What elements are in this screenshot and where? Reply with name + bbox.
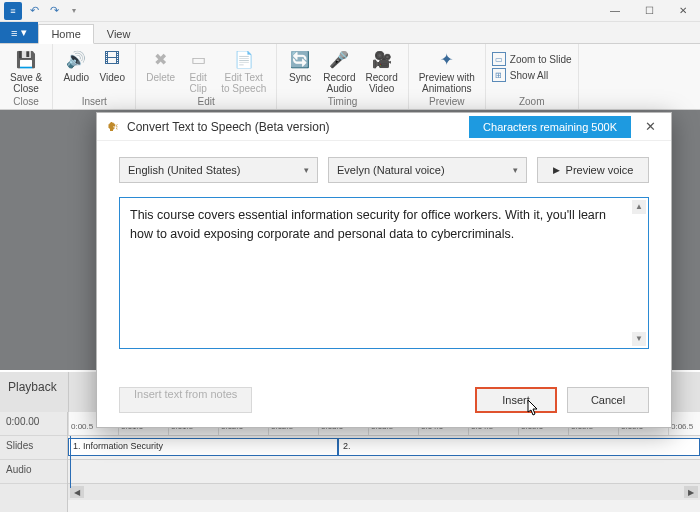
delete-icon: ✖ — [150, 48, 172, 70]
group-label-close: Close — [13, 96, 39, 109]
group-label-preview: Preview — [429, 96, 465, 109]
show-all-button[interactable]: ⊞Show All — [492, 68, 548, 82]
tick: 0:06.5 — [668, 412, 700, 435]
tts-icon: 📄 — [233, 48, 255, 70]
zoom-to-slide-button[interactable]: ▭Zoom to Slide — [492, 52, 572, 66]
audio-icon: 🔊 — [65, 48, 87, 70]
cancel-button[interactable]: Cancel — [567, 387, 649, 413]
group-label-insert: Insert — [82, 96, 107, 109]
preview-voice-button[interactable]: ▶ Preview voice — [537, 157, 649, 183]
timeline-slides-track[interactable]: 1. Information Security 2. — [68, 436, 700, 460]
scroll-down-icon[interactable]: ▼ — [632, 332, 646, 346]
chevron-down-icon: ▾ — [513, 165, 518, 175]
language-select[interactable]: English (United States) ▾ — [119, 157, 318, 183]
ribbon-group-insert: 🔊 Audio 🎞 Video Insert — [53, 44, 136, 109]
slide-clip-1[interactable]: 1. Information Security — [68, 438, 338, 456]
slide-clip-2[interactable]: 2. — [338, 438, 700, 456]
sync-icon: 🔄 — [289, 48, 311, 70]
edit-clip-button: ▭ Edit Clip — [181, 46, 215, 96]
preview-icon: ✦ — [436, 48, 458, 70]
language-select-value: English (United States) — [128, 164, 241, 176]
dialog-titlebar: 🗣 Convert Text to Speech (Beta version) … — [97, 113, 671, 141]
save-and-close-button[interactable]: 💾 Save & Close — [6, 46, 46, 96]
tab-row: ≡▾ Home View — [0, 22, 700, 44]
timeline-row-labels: 0:00.00 Slides Audio — [0, 412, 68, 512]
ribbon-group-zoom: ▭Zoom to Slide ⊞Show All Zoom — [486, 44, 579, 109]
preview-voice-label: Preview voice — [566, 164, 634, 176]
group-label-edit: Edit — [198, 96, 215, 109]
group-label-zoom: Zoom — [519, 96, 545, 109]
redo-icon[interactable]: ↷ — [46, 3, 62, 19]
qat-dropdown-icon[interactable]: ▾ — [66, 3, 82, 19]
sync-button[interactable]: 🔄 Sync — [283, 46, 317, 96]
audio-button[interactable]: 🔊 Audio — [59, 46, 93, 85]
save-icon: 💾 — [15, 48, 37, 70]
title-bar: ≡ ↶ ↷ ▾ — ☐ ✕ — [0, 0, 700, 22]
video-button[interactable]: 🎞 Video — [95, 46, 129, 85]
play-icon: ▶ — [553, 165, 560, 175]
record-audio-button[interactable]: 🎤 Record Audio — [319, 46, 359, 96]
chevron-down-icon: ▾ — [304, 165, 309, 175]
maximize-button[interactable]: ☐ — [632, 0, 666, 22]
scroll-right-icon[interactable]: ▶ — [684, 486, 698, 498]
insert-text-from-notes-button: Insert text from notes — [119, 387, 252, 413]
timeline-h-scrollbar[interactable]: ◀ ▶ — [68, 484, 700, 500]
ribbon: 💾 Save & Close Close 🔊 Audio 🎞 Video Ins… — [0, 44, 700, 110]
ribbon-group-preview: ✦ Preview with Animations Preview — [409, 44, 486, 109]
preview-animations-button[interactable]: ✦ Preview with Animations — [415, 46, 479, 96]
tab-home[interactable]: Home — [38, 24, 93, 44]
tts-dialog-icon: 🗣 — [105, 119, 121, 135]
tts-text-input[interactable]: This course covers essential information… — [119, 197, 649, 349]
ribbon-group-timing: 🔄 Sync 🎤 Record Audio 🎥 Record Video Tim… — [277, 44, 409, 109]
insert-button[interactable]: Insert — [475, 387, 557, 413]
timeline-start-time: 0:00.00 — [0, 412, 67, 436]
dialog-close-button[interactable]: ✕ — [637, 119, 663, 134]
minimize-button[interactable]: — — [598, 0, 632, 22]
ribbon-group-close: 💾 Save & Close Close — [0, 44, 53, 109]
camera-icon: 🎥 — [371, 48, 393, 70]
voice-select[interactable]: Evelyn (Natural voice) ▾ — [328, 157, 527, 183]
characters-remaining-badge: Characters remaining 500K — [469, 116, 631, 138]
show-all-icon: ⊞ — [492, 68, 506, 82]
file-tab[interactable]: ≡▾ — [0, 22, 38, 43]
scroll-left-icon[interactable]: ◀ — [70, 486, 84, 498]
timeline-audio-track[interactable] — [68, 460, 700, 484]
window-controls: — ☐ ✕ — [598, 0, 700, 22]
tts-text-value: This course covers essential information… — [130, 208, 606, 241]
textarea-scrollbar[interactable]: ▲ ▼ — [632, 200, 646, 346]
delete-button: ✖ Delete — [142, 46, 179, 96]
edit-clip-icon: ▭ — [187, 48, 209, 70]
edit-tts-button: 📄 Edit Text to Speech — [217, 46, 270, 96]
app-menu-icon[interactable]: ≡ — [4, 2, 22, 20]
record-video-button[interactable]: 🎥 Record Video — [361, 46, 401, 96]
group-label-timing: Timing — [328, 96, 358, 109]
close-window-button[interactable]: ✕ — [666, 0, 700, 22]
tab-view[interactable]: View — [94, 24, 144, 43]
playback-label: Playback — [0, 372, 68, 412]
video-icon: 🎞 — [101, 48, 123, 70]
quick-access-toolbar: ≡ ↶ ↷ ▾ — [0, 2, 82, 20]
dialog-title: Convert Text to Speech (Beta version) — [127, 120, 330, 134]
scroll-up-icon[interactable]: ▲ — [632, 200, 646, 214]
voice-select-value: Evelyn (Natural voice) — [337, 164, 445, 176]
ribbon-group-edit: ✖ Delete ▭ Edit Clip 📄 Edit Text to Spee… — [136, 44, 277, 109]
undo-icon[interactable]: ↶ — [26, 3, 42, 19]
mic-icon: 🎤 — [328, 48, 350, 70]
timeline-row-audio-label: Audio — [0, 460, 67, 484]
timeline-row-slides-label: Slides — [0, 436, 67, 460]
convert-tts-dialog: 🗣 Convert Text to Speech (Beta version) … — [96, 112, 672, 428]
zoom-to-slide-icon: ▭ — [492, 52, 506, 66]
